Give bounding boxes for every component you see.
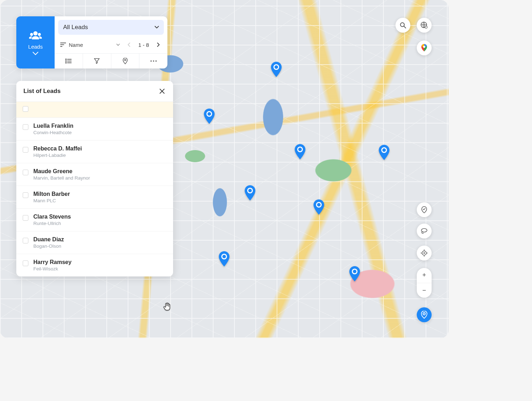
- sort-selector[interactable]: Name: [58, 39, 122, 51]
- lead-row[interactable]: Rebecca D. MaffeiHilpert-Labadie: [16, 141, 173, 163]
- list-header: List of Leads: [16, 81, 173, 101]
- list-icon: [65, 59, 72, 64]
- svg-point-1: [275, 65, 278, 69]
- plus-icon: +: [422, 271, 426, 279]
- lead-name: Duane Diaz: [33, 236, 64, 243]
- svg-point-3: [207, 112, 211, 116]
- module-tab-label: Leads: [28, 44, 43, 50]
- map-pin[interactable]: [378, 145, 390, 160]
- lead-checkbox[interactable]: [23, 124, 28, 130]
- leads-list: Luella FranklinCorwin-HeathcoteRebecca D…: [16, 118, 173, 276]
- view-selector[interactable]: All Leads: [58, 20, 164, 35]
- search-button[interactable]: [395, 18, 410, 33]
- view-selector-label: All Leads: [63, 24, 88, 31]
- module-tab-leads[interactable]: Leads: [16, 16, 55, 68]
- svg-point-28: [425, 26, 427, 28]
- page-next-button[interactable]: [154, 40, 162, 49]
- lead-row[interactable]: Milton BarberMann PLC: [16, 186, 173, 209]
- lead-checkbox[interactable]: [23, 238, 28, 243]
- zoom-in-button[interactable]: +: [417, 268, 432, 283]
- page-range: 1 - 8: [135, 42, 152, 48]
- map-pin[interactable]: [294, 144, 306, 160]
- zoom-controls: + −: [417, 268, 432, 298]
- close-icon: [160, 89, 165, 94]
- page-prev-button[interactable]: [125, 40, 133, 49]
- lead-company: Feil-Wisozk: [33, 266, 72, 271]
- zoom-out-button[interactable]: −: [417, 283, 432, 298]
- pin-check-icon: [421, 206, 428, 213]
- lead-company: Runte-Ullrich: [33, 221, 71, 226]
- svg-point-13: [222, 255, 226, 258]
- svg-point-11: [317, 203, 321, 207]
- map-pin[interactable]: [218, 251, 230, 267]
- list-title: List of Leads: [23, 88, 61, 95]
- map-pin[interactable]: [244, 185, 256, 201]
- chevron-down-icon: [155, 26, 159, 29]
- lead-row[interactable]: Duane DiazBogan-Olson: [16, 231, 173, 254]
- svg-point-9: [248, 189, 252, 192]
- lead-text: Maude GreeneMarvin, Bartell and Raynor: [33, 168, 90, 181]
- filter-button[interactable]: [83, 54, 111, 68]
- close-list-button[interactable]: [158, 87, 166, 95]
- lead-company: Marvin, Bartell and Raynor: [33, 175, 90, 181]
- crosshair-icon: [421, 249, 428, 257]
- select-all-checkbox[interactable]: [23, 106, 28, 112]
- leads-list-panel: List of Leads Luella FranklinCorwin-Heat…: [16, 81, 173, 276]
- lead-checkbox[interactable]: [23, 192, 28, 198]
- map-pin[interactable]: [203, 109, 215, 124]
- lead-text: Harry RamseyFeil-Wisozk: [33, 259, 72, 271]
- lead-name: Maude Greene: [33, 168, 90, 175]
- globe-settings-button[interactable]: [417, 18, 432, 33]
- svg-point-23: [150, 60, 152, 62]
- leads-control-card: Leads All Leads Name: [16, 16, 167, 68]
- people-icon: [29, 31, 42, 41]
- current-location-pin-button[interactable]: [417, 307, 432, 322]
- svg-point-20: [66, 61, 66, 61]
- svg-point-32: [423, 252, 425, 254]
- lasso-button[interactable]: [417, 224, 432, 238]
- lead-row[interactable]: Harry RamseyFeil-Wisozk: [16, 254, 173, 276]
- lead-row[interactable]: Clara StevensRunte-Ullrich: [16, 209, 173, 231]
- target-pin-button[interactable]: [417, 202, 432, 217]
- lead-company: Bogan-Olson: [33, 243, 64, 249]
- lead-company: Hilpert-Labadie: [33, 153, 82, 158]
- svg-point-25: [155, 60, 157, 62]
- lead-name: Luella Franklin: [33, 123, 73, 129]
- dots-icon: [150, 60, 157, 62]
- lead-checkbox[interactable]: [23, 170, 28, 175]
- lead-row[interactable]: Maude GreeneMarvin, Bartell and Raynor: [16, 163, 173, 186]
- list-view-button[interactable]: [55, 54, 83, 68]
- lead-text: Milton BarberMann PLC: [33, 191, 70, 203]
- map-pin[interactable]: [349, 266, 361, 282]
- map-pin[interactable]: [270, 62, 282, 77]
- lead-checkbox[interactable]: [23, 147, 28, 153]
- lead-checkbox[interactable]: [23, 215, 28, 221]
- pin-button[interactable]: [111, 54, 140, 68]
- sort-icon: [60, 43, 66, 47]
- lead-row[interactable]: Luella FranklinCorwin-Heathcote: [16, 118, 173, 141]
- lead-checkbox[interactable]: [23, 260, 28, 266]
- globe-gear-icon: [420, 21, 428, 29]
- map-pin-colored-icon: [421, 44, 428, 52]
- svg-point-15: [353, 270, 356, 273]
- hand-cursor-icon: [162, 302, 172, 312]
- lead-text: Luella FranklinCorwin-Heathcote: [33, 123, 73, 135]
- pin-icon: [123, 58, 128, 64]
- search-icon: [400, 22, 406, 28]
- lead-text: Duane DiazBogan-Olson: [33, 236, 64, 249]
- funnel-icon: [94, 58, 100, 64]
- locate-me-button[interactable]: [417, 246, 432, 260]
- svg-point-17: [30, 33, 33, 36]
- lead-text: Clara StevensRunte-Ullrich: [33, 214, 71, 226]
- svg-point-5: [298, 148, 302, 151]
- sort-label: Name: [69, 42, 83, 48]
- lead-name: Milton Barber: [33, 191, 70, 197]
- lead-text: Rebecca D. MaffeiHilpert-Labadie: [33, 145, 82, 158]
- more-options-button[interactable]: [139, 54, 167, 68]
- map-pin[interactable]: [313, 199, 325, 215]
- svg-point-22: [124, 59, 126, 61]
- pin-target-icon: [421, 311, 427, 319]
- chevron-down-icon: [33, 52, 38, 55]
- map-layers-button[interactable]: [417, 40, 432, 55]
- chevron-down-icon: [116, 44, 120, 46]
